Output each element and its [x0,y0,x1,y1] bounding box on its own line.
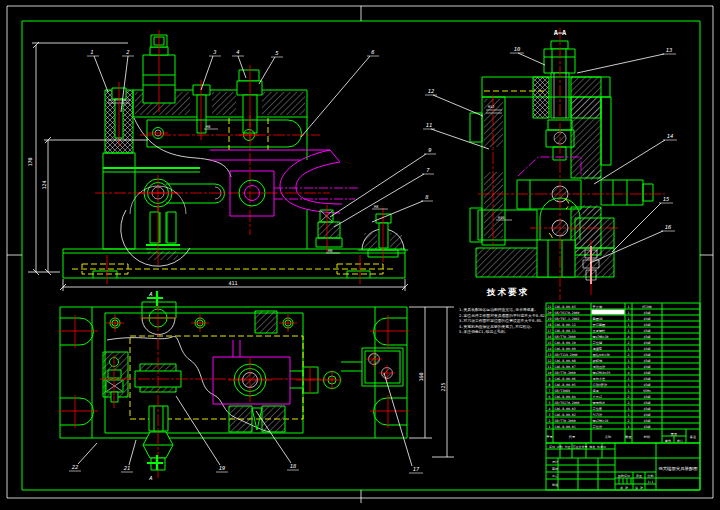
bom-cell: 13 [548,353,552,357]
bom-cell: 45钢 [643,395,650,399]
bom-cell: 45钢 [643,317,650,321]
tech-note: 2.定位元件工作面对夹具底面的平行度不大于0.02。 [459,313,549,318]
bom-cell: 10 [548,371,552,375]
scale-label: 比例 [648,474,654,478]
tech-note: 3.对刀块工作面对定位面的位置误差不大于0.05。 [459,318,545,323]
bom-cell: 1 [628,413,630,417]
thread-label: M10 [498,216,505,220]
bom-header-qty: 数量 [625,435,632,439]
bom-cell: 15 [548,341,552,345]
bom-cell: HT200 [642,305,652,309]
bom-cell: GB/T6170-2000 [555,311,580,315]
bom-cell: 45钢 [643,365,650,369]
bom-header-note: 备注 [690,435,696,439]
balloon-6: 6 [371,49,375,55]
bom-cell: 定位套 [593,407,603,411]
cad-drawing-canvas[interactable]: 411 170 124 160 225 M8 M8 M8 M12 M10 1 2… [0,0,720,510]
bom-cell: 45钢 [643,359,650,363]
title-block: 标记 处数 分区 更改文件号 签名 年月日 设计 审核 工艺 批准 阶段标记 质… [546,443,700,490]
bom-cell: 21 [548,305,552,309]
bom-cell: 圆柱销6×30 [593,353,610,357]
bom-cell: 1 [628,383,630,387]
bom-cell: 18 [548,323,552,327]
bom-cell: 2 [628,395,630,399]
mass-label: 质量 [636,474,642,478]
bom-cell: GB/T97.1-2002 [555,317,580,321]
thread-label: M8 [374,205,378,209]
bom-cell: 45钢 [643,329,650,333]
dim-411: 411 [228,280,237,286]
balloon-7: 7 [426,167,430,173]
bom-cell: 45钢 [643,401,650,405]
bom-cell: 1 [628,389,630,393]
bom-cell: 螺钉M6×16 [593,419,609,423]
balloon-2: 2 [126,49,130,55]
balloon-10: 10 [514,46,521,52]
bom-cell: GB/T70-2000 [555,335,576,339]
bom-cell: 45钢 [643,353,650,357]
bom-cell: CA6-8-00-12 [555,323,576,327]
bom-header-code: 代号 [569,435,576,439]
balloon-15: 15 [663,196,670,202]
bom-cell: 8 [549,383,551,387]
drawing-title: 铣大端面夹具装配图 [658,466,698,471]
bom-header-name: 名称 [605,435,612,439]
role-process: 工艺 [552,474,558,478]
bom-cell: 45钢 [643,383,650,387]
bom-cell: 浮动压块 [593,365,607,369]
bom-cell: CA6-8-00-09 [555,347,576,351]
bom-cell: 45钢 [643,413,650,417]
balloon-11: 11 [426,122,433,128]
bom-cell: 1 [628,425,630,429]
bom-cell: GB/T6170-2000 [555,401,580,405]
tech-note: 4.夹紧机构应保证足够的夹紧力,不得松动。 [459,324,534,329]
bom-cell: CA6-8-00-06 [555,377,576,381]
balloon-3: 3 [212,49,216,55]
bom-cell: 垫圈16 [593,317,603,321]
bom-cell: 螺钉M10×35 [593,371,611,375]
bom-cell: 2 [549,419,551,423]
bom-cell: 45钢 [643,419,650,423]
bom-cell: 连接臂 [593,346,603,351]
bom-cell: 夹具体 [593,305,603,309]
bom-cell: 1 [628,377,630,381]
bom-cell: 铰链轴 [592,359,603,363]
balloon-5: 5 [275,50,278,56]
bom-cell: 定位块 [593,425,603,429]
bom-cell: 12 [548,359,552,363]
bom-cell: CA6-8-00-11 [555,329,576,333]
role-check: 审核 [552,467,558,471]
bom-cell: 开口垫圈 [593,323,606,327]
balloon-9: 9 [428,147,431,153]
bom-cell: GB/T70-2000 [555,419,576,423]
balloon-18: 18 [290,463,297,469]
balloon-16: 16 [665,224,672,230]
balloon-12: 12 [428,88,435,94]
bom-cell: 1 [628,407,630,411]
bom-cell: 1 [549,425,551,429]
bom-cell: 65Mn [643,389,651,393]
bom-cell: 1 [628,365,630,369]
dim-124: 124 [41,180,47,189]
bom-cell: CA6-8-00-10 [555,341,576,345]
balloon-1: 1 [90,49,93,55]
bom-cell: 定位键 [593,341,603,345]
bom-cell: 螺母M10 [593,401,605,405]
bom-cell: 14 [548,347,552,351]
bom-cell: 45钢 [643,425,650,429]
balloon-8: 8 [425,194,429,200]
section-view [470,28,665,300]
bom-cell: 对刀块 [593,413,603,417]
bom-cell: 2 [628,401,630,405]
bom-cell: GB/T119-2000 [555,353,578,357]
bom-cell: CA6-8-00-04 [555,395,576,399]
bom-cell: 11 [548,365,552,369]
cad-drawing: 411 170 124 160 225 M8 M8 M8 M12 M10 1 2… [0,0,720,510]
bom-cell: CA6-8-00-02 [555,413,576,417]
bom-cell: 45钢 [643,335,650,339]
thread-label: M8 [328,249,332,253]
bom-cell: 导向支座 [593,377,607,381]
balloon-13: 13 [666,47,673,53]
bom-cell: 45钢 [643,347,650,351]
sheet-no: 第 张 [635,486,643,490]
